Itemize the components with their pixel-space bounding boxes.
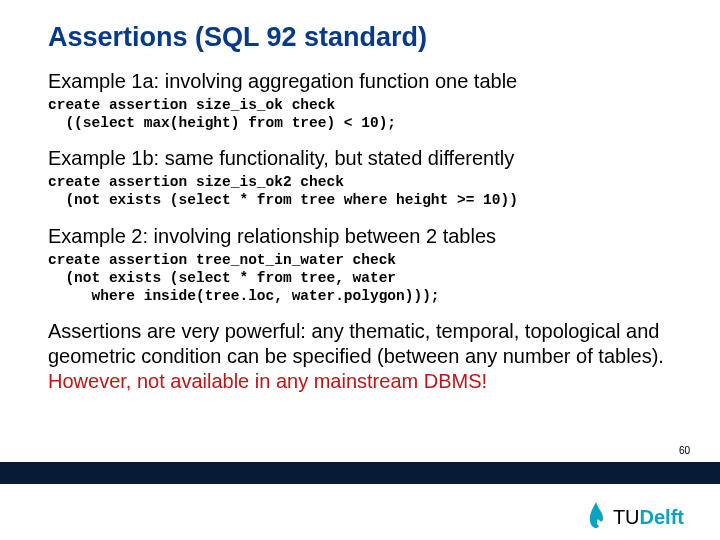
body-paragraph: Assertions are very powerful: any themat… [48,319,672,394]
example-2-code: create assertion tree_not_in_water check… [48,251,672,305]
logo-tu: TU [613,506,640,528]
example-1a-code: create assertion size_is_ok check ((sele… [48,96,672,132]
example-1a-heading: Example 1a: involving aggregation functi… [48,69,672,94]
assertions-warning: However, not available in any mainstream… [48,370,487,392]
page-number: 60 [679,445,690,456]
bottom-band [0,462,720,484]
example-1b-code: create assertion size_is_ok2 check (not … [48,173,672,209]
logo-text: TUDelft [613,506,684,529]
example-2-heading: Example 2: involving relationship betwee… [48,224,672,249]
example-1b-heading: Example 1b: same functionality, but stat… [48,146,672,171]
slide-title: Assertions (SQL 92 standard) [48,22,672,53]
slide: Assertions (SQL 92 standard) Example 1a:… [0,0,720,540]
logo-delft: Delft [640,506,684,528]
tudelft-logo: TUDelft [585,500,684,534]
assertions-body: Assertions are very powerful: any themat… [48,320,664,367]
flame-icon [585,500,607,534]
content-area: Assertions (SQL 92 standard) Example 1a:… [0,0,720,394]
